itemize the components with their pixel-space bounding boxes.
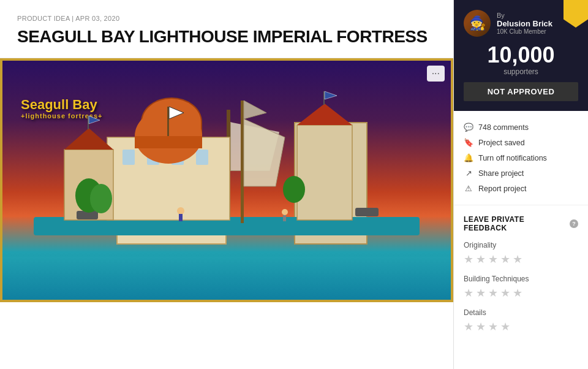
star-b2[interactable]: ★ — [476, 286, 486, 300]
rating-details-label: Details — [464, 308, 578, 317]
star-b5[interactable]: ★ — [513, 286, 522, 300]
more-options-button[interactable]: ··· — [427, 66, 445, 82]
comments-icon: 💬 — [464, 123, 473, 132]
share-icon: ↗ — [464, 169, 473, 178]
water-element — [2, 257, 451, 300]
avatar: 🧙 — [464, 10, 491, 37]
star-d3[interactable]: ★ — [488, 320, 498, 333]
product-date: Apr 03, 2020 — [75, 15, 119, 22]
building-dome — [141, 97, 202, 146]
product-title: SEAGULL BAY LIGHTHOUSE IMPERIAL FORTRESS — [17, 27, 436, 47]
author-row: 🧙 By Delusion Brick 10K Club Member — [464, 10, 578, 37]
product-image: Seagull Bay +lighthouse fortress+ — [2, 61, 451, 300]
star-3[interactable]: ★ — [488, 253, 498, 266]
sidebar-top: 🧙 By Delusion Brick 10K Club Member 10,0… — [454, 0, 588, 111]
action-comments[interactable]: 💬 748 comments — [464, 120, 578, 135]
star-d1[interactable]: ★ — [464, 320, 473, 333]
star-5[interactable]: ★ — [513, 253, 522, 266]
rating-building: Building Techniques ★ ★ ★ ★ ★ — [464, 275, 578, 300]
report-icon: ⚠ — [464, 184, 473, 193]
feedback-title: LEAVE PRIVATE FEEDBACK ? — [464, 215, 578, 232]
star-b3[interactable]: ★ — [488, 286, 498, 300]
sidebar: 🧙 By Delusion Brick 10K Club Member 10,0… — [453, 0, 588, 369]
rating-building-label: Building Techniques — [464, 275, 578, 283]
share-label: Share project — [478, 169, 524, 178]
sidebar-feedback: LEAVE PRIVATE FEEDBACK ? Originality ★ ★… — [454, 205, 588, 352]
action-report[interactable]: ⚠ Report project — [464, 181, 578, 196]
report-label: Report project — [478, 184, 527, 193]
product-header: PRODUCT IDEA | Apr 03, 2020 SEAGULL BAY … — [0, 0, 453, 58]
notifications-label: Turn off notifications — [478, 154, 547, 162]
meta-separator: | — [72, 15, 74, 22]
action-notifications[interactable]: 🔔 Turn off notifications — [464, 150, 578, 165]
action-saved[interactable]: 🔖 Project saved — [464, 135, 578, 150]
page-layout: PRODUCT IDEA | Apr 03, 2020 SEAGULL BAY … — [0, 0, 588, 369]
ship-sail — [230, 122, 279, 171]
building-main — [116, 146, 227, 245]
building-right — [294, 122, 368, 245]
star-4[interactable]: ★ — [500, 253, 510, 266]
product-meta: PRODUCT IDEA | Apr 03, 2020 — [17, 15, 436, 22]
star-d2[interactable]: ★ — [476, 320, 486, 333]
action-share[interactable]: ↗ Share project — [464, 165, 578, 181]
details-stars[interactable]: ★ ★ ★ ★ — [464, 320, 578, 333]
star-b4[interactable]: ★ — [500, 286, 510, 300]
product-image-container: ··· Seagull Bay +lighthouse fortress+ — [0, 58, 453, 302]
sidebar-actions: 💬 748 comments 🔖 Project saved 🔔 Turn of… — [454, 111, 588, 205]
rating-originality: Originality ★ ★ ★ ★ ★ — [464, 241, 578, 266]
ship-mast — [227, 110, 230, 232]
saved-label: Project saved — [478, 139, 525, 147]
product-label: PRODUCT IDEA — [17, 15, 70, 22]
star-b1[interactable]: ★ — [464, 286, 473, 300]
main-content: PRODUCT IDEA | Apr 03, 2020 SEAGULL BAY … — [0, 0, 453, 369]
save-icon: 🔖 — [464, 138, 473, 147]
author-badge: 10K Club Member — [497, 28, 578, 35]
notifications-icon: 🔔 — [464, 153, 473, 162]
supporter-count: 10,000 — [464, 44, 578, 66]
originality-stars[interactable]: ★ ★ ★ ★ ★ — [464, 253, 578, 266]
star-2[interactable]: ★ — [476, 253, 486, 266]
building-stars[interactable]: ★ ★ ★ ★ ★ — [464, 286, 578, 300]
star-1[interactable]: ★ — [464, 253, 473, 266]
supporter-label: supporters — [464, 67, 578, 76]
fortress-scene — [37, 91, 417, 263]
rating-details: Details ★ ★ ★ ★ — [464, 308, 578, 333]
status-badge: NOT APPROVED — [464, 82, 578, 101]
star-d4[interactable]: ★ — [500, 320, 510, 333]
rating-originality-label: Originality — [464, 241, 578, 249]
comments-label: 748 comments — [478, 123, 529, 132]
help-icon[interactable]: ? — [570, 219, 578, 228]
